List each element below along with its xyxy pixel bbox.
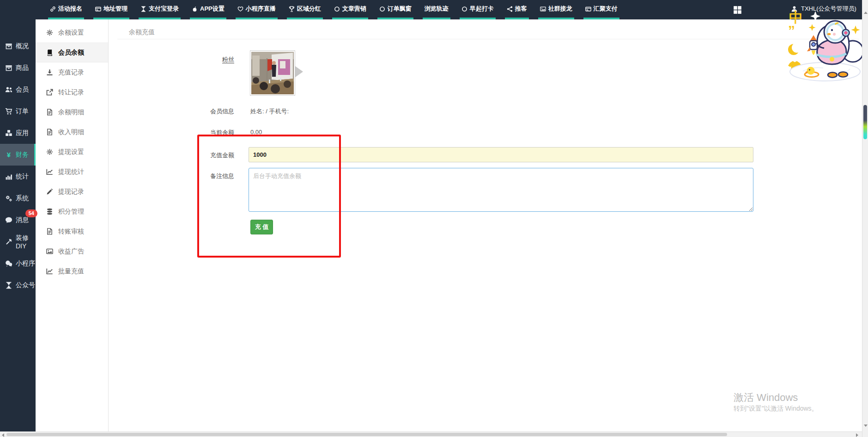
cart-icon (5, 108, 12, 115)
submenu-item-余额设置[interactable]: 余额设置 (36, 23, 108, 43)
file-icon (46, 109, 53, 116)
vertical-scroll-thumb[interactable] (863, 105, 867, 139)
sidebar-item-label: 小程序 (16, 259, 35, 268)
user-icon (791, 6, 798, 12)
sidebar-item-订单[interactable]: 订单 (0, 100, 36, 122)
top-bar: 活动报名地址管理支付宝登录APP设置小程序直播区域分红文章营销订单飘窗浏览轨迹早… (0, 0, 862, 19)
submenu-item-积分管理[interactable]: 积分管理 (36, 202, 108, 222)
sidebar-item-系统[interactable]: 系统 (0, 187, 36, 209)
file-icon (46, 228, 53, 235)
submenu-item-充值记录[interactable]: 充值记录 (36, 62, 108, 82)
topnav-item-早起打卡[interactable]: 早起打卡 (460, 0, 496, 19)
topnav-item-地址管理[interactable]: 地址管理 (93, 0, 129, 19)
apps-grid-button[interactable] (733, 6, 742, 14)
submenu-item-收入明细[interactable]: 收入明细 (36, 122, 108, 142)
scroll-down-arrow-icon[interactable] (864, 425, 868, 427)
recharge-amount-input[interactable] (249, 147, 753, 162)
fan-avatar-image (251, 52, 294, 94)
horizontal-scrollbar[interactable] (0, 431, 862, 437)
topnav-item-区域分红[interactable]: 区域分红 (287, 0, 323, 19)
file-icon (46, 129, 53, 135)
scroll-up-arrow-icon[interactable] (864, 12, 868, 14)
users-icon (5, 86, 12, 93)
submenu-item-提现记录[interactable]: 提现记录 (36, 182, 108, 202)
current-balance-value: 0.00 (250, 129, 262, 135)
sidebar-item-label: 财务 (16, 151, 29, 159)
user-menu[interactable]: TXHL(公众号管理员) (791, 5, 856, 13)
sidebar-item-label: 商品 (16, 64, 29, 72)
gavel-icon (5, 238, 12, 246)
heart-icon (237, 6, 243, 12)
external-link-icon (46, 89, 53, 96)
remark-label: 备注信息 (170, 172, 234, 180)
topnav-item-推客[interactable]: 推客 (505, 0, 529, 19)
topnav-item-label: 早起打卡 (470, 5, 494, 13)
fan-photo[interactable] (250, 50, 295, 96)
topnav-item-订单飘窗[interactable]: 订单飘窗 (377, 0, 413, 19)
fan-label: 粉丝 (170, 55, 234, 64)
submenu-item-收益广告[interactable]: 收益广告 (36, 241, 108, 261)
submenu-item-label: 余额设置 (58, 29, 84, 37)
sidebar-item-概况[interactable]: 概况 (0, 35, 36, 57)
sidebar-item-商品[interactable]: 商品 (0, 57, 36, 79)
sidebar-item-财务[interactable]: ¥财务 (0, 144, 36, 166)
topnav-item-label: 推客 (515, 5, 527, 13)
address-card-icon (95, 6, 101, 12)
submenu-item-提现设置[interactable]: 提现设置 (36, 142, 108, 162)
submenu-item-label: 充值记录 (58, 68, 84, 77)
yen-icon: ¥ (5, 151, 12, 159)
submenu-item-提现统计[interactable]: 提现统计 (36, 162, 108, 182)
trophy-icon (289, 6, 295, 12)
topnav-item-label: 汇聚支付 (594, 5, 618, 13)
submenu-item-label: 收益广告 (58, 247, 84, 256)
sidebar-item-装修DIY[interactable]: 装修DIY (0, 231, 36, 252)
topnav-item-社群接龙[interactable]: 社群接龙 (538, 0, 574, 19)
sidebar-item-label: 统计 (16, 172, 29, 181)
submenu-item-批量充值[interactable]: 批量充值 (36, 261, 108, 281)
topnav-item-活动报名[interactable]: 活动报名 (48, 0, 84, 19)
hourglass-icon (5, 282, 12, 289)
archive-icon (5, 43, 12, 50)
horizontal-scroll-thumb[interactable] (6, 433, 727, 436)
submenu-item-会员余额[interactable]: 会员余额 (36, 43, 108, 62)
sidebar-item-公众号[interactable]: 公众号 (0, 274, 36, 296)
share-icon (507, 6, 513, 12)
hourglass-icon (140, 6, 146, 12)
sidebar-item-小程序[interactable]: 小程序 (0, 252, 36, 274)
submenu-item-转账审核[interactable]: 转账审核 (36, 222, 108, 241)
sidebar-item-应用[interactable]: 应用 (0, 122, 36, 144)
circle-icon (334, 6, 340, 12)
breadcrumb: 余额充值 (129, 28, 155, 37)
primary-sidebar: 概况商品会员订单应用¥财务统计系统消息54装修DIY小程序公众号 (0, 19, 36, 431)
sidebar-item-label: 订单 (16, 107, 29, 116)
submenu-item-label: 转让记录 (58, 88, 84, 97)
sidebar-item-统计[interactable]: 统计 (0, 166, 36, 187)
sidebar-item-消息[interactable]: 消息54 (0, 209, 36, 231)
sidebar-item-会员[interactable]: 会员 (0, 79, 36, 100)
topnav-item-汇聚支付[interactable]: 汇聚支付 (583, 0, 619, 19)
topnav-item-支付宝登录[interactable]: 支付宝登录 (139, 0, 181, 19)
submenu-item-余额明细[interactable]: 余额明细 (36, 102, 108, 122)
vertical-scrollbar[interactable] (862, 0, 868, 437)
sidebar-item-label: 会员 (16, 86, 29, 94)
submenu-item-label: 收入明细 (58, 128, 84, 136)
gear-icon (46, 29, 53, 36)
top-nav: 活动报名地址管理支付宝登录APP设置小程序直播区域分红文章营销订单飘窗浏览轨迹早… (43, 0, 624, 19)
scroll-left-arrow-icon[interactable] (2, 433, 4, 437)
sidebar-item-label: 概况 (16, 42, 29, 50)
image-icon (46, 248, 53, 255)
submenu-item-转让记录[interactable]: 转让记录 (36, 82, 108, 102)
divider (117, 39, 859, 39)
topnav-item-label: 浏览轨迹 (425, 5, 449, 13)
apple-icon (192, 6, 198, 12)
recharge-amount-label: 充值金额 (170, 151, 234, 160)
scroll-right-arrow-icon[interactable] (856, 433, 858, 437)
topnav-item-APP设置[interactable]: APP设置 (190, 0, 226, 19)
topnav-item-浏览轨迹[interactable]: 浏览轨迹 (423, 0, 450, 19)
sidebar-item-label: 公众号 (16, 281, 35, 289)
recharge-button[interactable]: 充 值 (250, 220, 273, 234)
topnav-item-小程序直播[interactable]: 小程序直播 (236, 0, 278, 19)
topnav-item-文章营销[interactable]: 文章营销 (332, 0, 368, 19)
member-info-value: 姓名: / 手机号: (250, 107, 289, 116)
remark-textarea[interactable] (249, 168, 753, 212)
